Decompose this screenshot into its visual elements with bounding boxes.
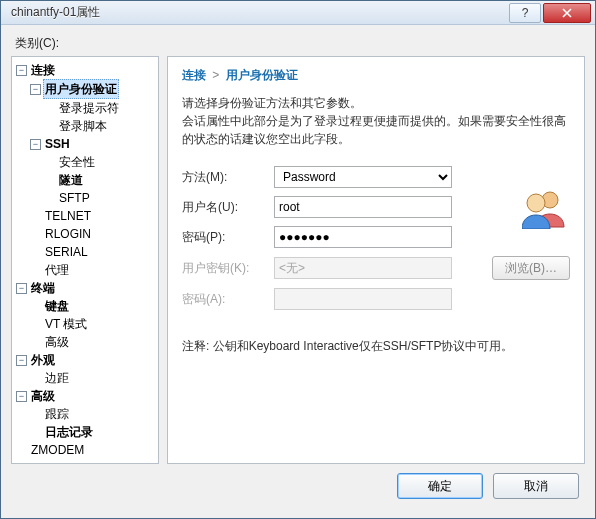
tree-login-prompt[interactable]: 登录提示符 (44, 99, 156, 117)
category-label: 类别(C): (15, 35, 585, 52)
tree-trace[interactable]: 跟踪 (30, 405, 156, 423)
close-button[interactable] (543, 3, 591, 23)
tree-ssh[interactable]: −SSH (30, 135, 156, 153)
tree-vtmode[interactable]: VT 模式 (30, 315, 156, 333)
tree-advanced[interactable]: −高级 (16, 387, 156, 405)
breadcrumb-root: 连接 (182, 68, 206, 82)
tree-auth[interactable]: −用户身份验证 (30, 79, 156, 99)
tree-telnet[interactable]: TELNET (30, 207, 156, 225)
password-input[interactable] (274, 226, 452, 248)
username-input[interactable] (274, 196, 452, 218)
svg-point-1 (527, 194, 545, 212)
tree-serial[interactable]: SERIAL (30, 243, 156, 261)
userkey-input (274, 257, 452, 279)
tree-appearance[interactable]: −外观 (16, 351, 156, 369)
breadcrumb-sep: > (212, 68, 219, 82)
browse-button: 浏览(B)… (492, 256, 570, 280)
tree-rlogin[interactable]: RLOGIN (30, 225, 156, 243)
description: 请选择身份验证方法和其它参数。 会话属性中此部分是为了登录过程更便捷而提供的。如… (182, 94, 570, 148)
tree-tunnel[interactable]: 隧道 (44, 171, 156, 189)
dialog-footer: 确定 取消 (11, 464, 585, 508)
tree-keyboard[interactable]: 键盘 (30, 297, 156, 315)
tree-connection[interactable]: −连接 (16, 61, 156, 79)
tree-logging[interactable]: 日志记录 (30, 423, 156, 441)
tree-login-script[interactable]: 登录脚本 (44, 117, 156, 135)
note-text: 注释: 公钥和Keyboard Interactive仅在SSH/SFTP协议中… (182, 338, 570, 355)
tree-zmodem[interactable]: ZMODEM (16, 441, 156, 459)
breadcrumb: 连接 > 用户身份验证 (182, 67, 570, 84)
content-pane: 连接 > 用户身份验证 请选择身份验证方法和其它参数。 会话属性中此部分是为了登… (167, 56, 585, 464)
auth-form: 方法(M): Password 用户名(U): 密码(P): 用户密钥(K): … (182, 166, 570, 310)
tree-terminal[interactable]: −终端 (16, 279, 156, 297)
password-a-label: 密码(A): (182, 291, 274, 308)
category-tree[interactable]: −连接 −用户身份验证 登录提示符 登录脚本 −SSH (11, 56, 159, 464)
properties-dialog: chinantfy-01属性 ? 类别(C): −连接 −用户身份验证 登录提示… (0, 0, 596, 519)
help-button[interactable]: ? (509, 3, 541, 23)
userkey-label: 用户密钥(K): (182, 260, 274, 277)
tree-margin[interactable]: 边距 (30, 369, 156, 387)
method-label: 方法(M): (182, 169, 274, 186)
password-label: 密码(P): (182, 229, 274, 246)
tree-proxy[interactable]: 代理 (30, 261, 156, 279)
username-label: 用户名(U): (182, 199, 274, 216)
breadcrumb-leaf: 用户身份验证 (226, 68, 298, 82)
method-select[interactable]: Password (274, 166, 452, 188)
tree-security[interactable]: 安全性 (44, 153, 156, 171)
tree-advanced-terminal[interactable]: 高级 (30, 333, 156, 351)
cancel-button[interactable]: 取消 (493, 473, 579, 499)
titlebar[interactable]: chinantfy-01属性 ? (1, 1, 595, 25)
users-icon (522, 189, 568, 229)
close-icon (562, 8, 572, 18)
password-a-input (274, 288, 452, 310)
window-title: chinantfy-01属性 (11, 4, 507, 21)
tree-sftp[interactable]: SFTP (44, 189, 156, 207)
ok-button[interactable]: 确定 (397, 473, 483, 499)
